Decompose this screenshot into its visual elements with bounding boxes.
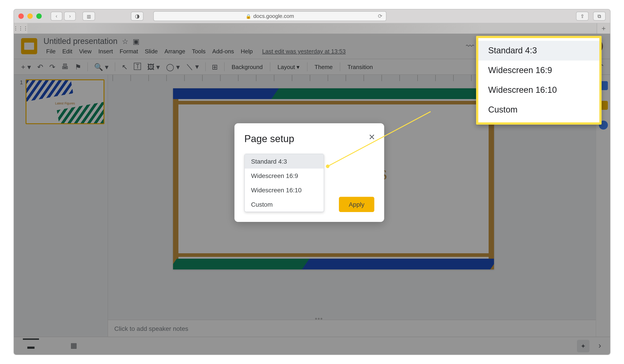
explore-button[interactable]: ✦ (577, 339, 590, 352)
paint-format-button[interactable]: ⚑ (73, 61, 83, 73)
menu-view[interactable]: View (77, 47, 94, 55)
maximize-window-icon[interactable] (36, 13, 42, 19)
lock-icon: 🔒 (246, 14, 251, 19)
notes-resize-handle[interactable] (312, 318, 325, 320)
active-tab[interactable] (27, 23, 597, 34)
thumbnail-panel: 1 Latest Figures (14, 75, 108, 337)
grid-view-button[interactable]: ▦ (66, 338, 81, 353)
reload-icon[interactable]: ⟳ (378, 13, 382, 19)
menu-format[interactable]: Format (117, 47, 141, 55)
callout-option: Standard 4:3 (478, 41, 599, 60)
apply-button[interactable]: Apply (339, 197, 374, 212)
new-slide-button[interactable]: + ▾ (19, 61, 33, 73)
thumb-preview: Latest Figures (26, 79, 104, 124)
callout-option: Widescreen 16:9 (478, 60, 599, 80)
menu-slide[interactable]: Slide (142, 47, 160, 55)
callout-option: Widescreen 16:10 (478, 80, 599, 100)
menu-bar: File Edit View Insert Format Slide Arran… (44, 47, 348, 55)
print-button[interactable]: 🖶 (60, 61, 70, 73)
back-button[interactable]: ‹ (51, 12, 62, 21)
menu-edit[interactable]: Edit (60, 47, 75, 55)
new-tab-button[interactable]: + (597, 23, 610, 34)
shape-tool[interactable]: ◯ ▾ (164, 61, 182, 73)
apps-grid-icon[interactable]: ⋮⋮⋮ (14, 23, 27, 34)
expand-chevron-icon[interactable]: › (598, 341, 601, 351)
tabs-overview-button[interactable]: ⧉ (593, 12, 606, 21)
menu-arrange[interactable]: Arrange (162, 47, 188, 55)
layout-button[interactable]: Layout ▾ (275, 62, 302, 72)
window-controls (18, 13, 42, 19)
redo-button[interactable]: ↷ (48, 61, 57, 73)
slide-thumbnail[interactable]: 1 Latest Figures (17, 79, 105, 124)
ratio-option-169[interactable]: Widescreen 16:9 (245, 169, 324, 183)
minimize-window-icon[interactable] (27, 13, 33, 19)
menu-insert[interactable]: Insert (96, 47, 116, 55)
comment-button[interactable]: ⊞ (210, 61, 219, 73)
star-icon[interactable]: ☆ (122, 37, 128, 46)
page-setup-dialog: Page setup ✕ Standard 4:3 Widescreen 16:… (234, 123, 384, 222)
address-bar[interactable]: 🔒 docs.google.com ⟳ (153, 11, 387, 21)
dialog-title: Page setup (244, 133, 374, 145)
menu-tools[interactable]: Tools (189, 47, 208, 55)
reader-button[interactable]: ◑ (131, 12, 143, 21)
close-window-icon[interactable] (18, 13, 24, 19)
filmstrip-view-button[interactable]: ▬ (23, 338, 39, 353)
menu-file[interactable]: File (44, 47, 58, 55)
textbox-tool[interactable]: 🅃 (132, 61, 143, 73)
ratio-option-custom[interactable]: Custom (245, 197, 324, 211)
image-tool[interactable]: 🖼 ▾ (145, 61, 162, 73)
doc-title[interactable]: Untitled presentation (44, 37, 117, 46)
menu-addons[interactable]: Add-ons (209, 47, 237, 55)
undo-button[interactable]: ↶ (35, 61, 45, 73)
activity-icon[interactable]: 〰 (466, 41, 474, 51)
callout-option: Custom (478, 100, 599, 120)
aspect-ratio-dropdown: Standard 4:3 Widescreen 16:9 Widescreen … (244, 154, 324, 212)
share-sheet-button[interactable]: ⇪ (576, 12, 589, 21)
slides-logo-icon[interactable] (21, 38, 37, 54)
select-tool[interactable]: ↖ (120, 61, 129, 73)
zoom-button[interactable]: 🔍 ▾ (92, 61, 110, 73)
menu-help[interactable]: Help (238, 47, 256, 55)
browser-toolbar: ‹ › ▥ ◑ 🔒 docs.google.com ⟳ ⇪ ⧉ (13, 9, 611, 23)
thumb-number: 1 (17, 79, 23, 124)
url-text: docs.google.com (253, 13, 294, 19)
transition-button[interactable]: Transition (345, 62, 375, 72)
theme-button[interactable]: Theme (312, 62, 335, 72)
ratio-option-1610[interactable]: Widescreen 16:10 (245, 183, 324, 197)
background-button[interactable]: Background (229, 62, 265, 72)
speaker-notes[interactable]: Click to add speaker notes (108, 320, 596, 337)
bottom-bar: ▬ ▦ ✦ › (14, 337, 610, 355)
forward-button[interactable]: › (64, 12, 76, 21)
close-icon[interactable]: ✕ (368, 132, 375, 142)
line-tool[interactable]: ＼ ▾ (184, 60, 201, 73)
browser-tab-strip: ⋮⋮⋮ + (13, 23, 611, 34)
last-edit-link[interactable]: Last edit was yesterday at 13:53 (259, 47, 348, 55)
notes-placeholder: Click to add speaker notes (114, 325, 188, 332)
sidebar-toggle-button[interactable]: ▥ (82, 12, 95, 21)
ratio-option-standard[interactable]: Standard 4:3 (245, 154, 324, 169)
annotation-callout: Standard 4:3 Widescreen 16:9 Widescreen … (476, 36, 601, 125)
nav-buttons: ‹ › (51, 12, 76, 21)
move-folder-icon[interactable]: ▣ (133, 37, 139, 46)
